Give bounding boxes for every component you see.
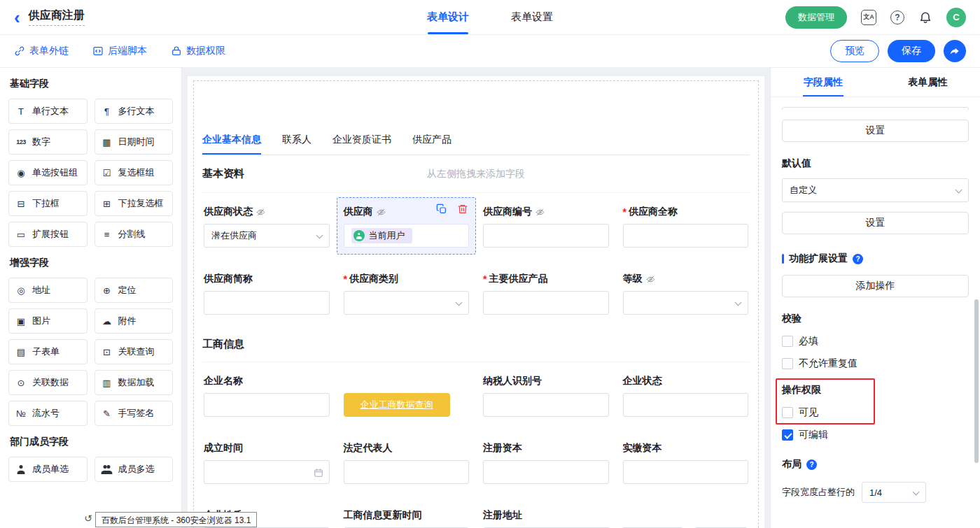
- field-legal-representative[interactable]: 法定代表人: [344, 441, 470, 484]
- field-supplier-selected[interactable]: 供应商 当前用户: [344, 204, 470, 248]
- back-icon[interactable]: ‹: [14, 10, 20, 25]
- eye-off-icon[interactable]: [536, 208, 545, 217]
- set-button[interactable]: 设置: [782, 212, 969, 234]
- field-company-name[interactable]: 企业名称: [204, 373, 330, 417]
- default-value-select[interactable]: 自定义: [782, 178, 969, 202]
- bell-icon[interactable]: [918, 10, 932, 24]
- panel-scrollbar[interactable]: [974, 299, 979, 463]
- founded-date-input[interactable]: [204, 460, 330, 484]
- field-paid-capital[interactable]: 实缴资本: [623, 441, 749, 484]
- palette-item-multi-line-text[interactable]: ¶多行文本: [94, 99, 174, 124]
- translate-icon[interactable]: 文A: [861, 10, 876, 25]
- grade-select[interactable]: [623, 291, 749, 315]
- palette-item-data-load[interactable]: ▥数据加载: [94, 370, 174, 395]
- field-supplier-status[interactable]: 供应商状态 潜在供应商: [204, 204, 330, 248]
- field-business-update-time[interactable]: 工商信息更新时间: [344, 508, 470, 528]
- palette-item-member-single[interactable]: 成员单选: [8, 457, 88, 482]
- field-width-select[interactable]: 1/4: [862, 482, 926, 503]
- palette-item-divider[interactable]: ≡分割线: [94, 222, 174, 247]
- current-user-tag[interactable]: 当前用户: [351, 228, 412, 243]
- field-registered-address[interactable]: 注册地址 省/自治区/直辖市 市 区/县: [483, 508, 748, 528]
- field-company-status[interactable]: 企业状态: [623, 373, 749, 417]
- company-name-input[interactable]: [204, 393, 330, 417]
- backend-script-button[interactable]: 后端脚本: [92, 45, 147, 57]
- palette-item-datetime[interactable]: ▦日期时间: [94, 129, 174, 155]
- palette-item-linked-data[interactable]: ⊙关联数据: [8, 370, 88, 395]
- add-action-button[interactable]: 添加操作: [782, 275, 969, 297]
- palette-item-attachment[interactable]: ☁附件: [94, 308, 174, 334]
- palette-item-address[interactable]: ◎地址: [8, 278, 88, 303]
- eye-off-icon[interactable]: [646, 275, 655, 284]
- palette-item-checkbox-group[interactable]: ☑复选框组: [94, 160, 174, 185]
- avatar[interactable]: C: [946, 8, 966, 27]
- eye-off-icon[interactable]: [256, 208, 265, 217]
- field-registered-capital[interactable]: 注册资本: [483, 441, 609, 484]
- share-button[interactable]: [944, 40, 966, 62]
- field-main-products[interactable]: * 主要供应产品: [483, 271, 609, 315]
- palette-item-select[interactable]: ⊟下拉框: [8, 191, 88, 216]
- eye-off-icon[interactable]: [377, 208, 386, 217]
- supplier-member-field[interactable]: 当前用户: [344, 224, 470, 248]
- palette-item-lookup[interactable]: ⊡关联查询: [94, 339, 174, 364]
- palette-item-image[interactable]: ▣图片: [8, 308, 88, 334]
- set-button[interactable]: 设置: [782, 120, 969, 142]
- save-button[interactable]: 保存: [888, 40, 935, 62]
- supplier-full-name-input[interactable]: [623, 224, 749, 248]
- field-supplier-short-name[interactable]: 供应商简称: [204, 271, 330, 315]
- company-status-input[interactable]: [623, 393, 749, 417]
- legal-representative-input[interactable]: [344, 460, 470, 484]
- main-products-input[interactable]: [483, 291, 609, 315]
- data-manage-button[interactable]: 数据管理: [785, 6, 847, 29]
- palette-item-member-multi[interactable]: 成员多选: [94, 457, 174, 482]
- field-grade[interactable]: 等级: [623, 271, 749, 315]
- palette-item-subform[interactable]: ▤子表单: [8, 339, 88, 364]
- supplier-status-select[interactable]: 潜在供应商: [204, 224, 330, 248]
- form-title[interactable]: 供应商注册: [29, 8, 85, 26]
- preview-button[interactable]: 预览: [830, 40, 879, 62]
- registered-capital-input[interactable]: [483, 460, 609, 484]
- required-checkbox[interactable]: [782, 336, 793, 347]
- supplier-category-select[interactable]: [344, 291, 470, 315]
- field-business-query[interactable]: 企业工商数据查询: [344, 373, 470, 417]
- help-icon[interactable]: ?: [890, 10, 904, 24]
- clipped-select[interactable]: 自定义: [782, 107, 969, 110]
- tax-id-input[interactable]: [483, 393, 609, 417]
- business-data-query-button[interactable]: 企业工商数据查询: [344, 393, 450, 417]
- field-tax-id[interactable]: 纳税人识别号: [483, 373, 609, 417]
- help-icon[interactable]: ?: [853, 254, 863, 264]
- editable-checkbox[interactable]: [782, 429, 793, 441]
- no-duplicate-checkbox[interactable]: [782, 358, 793, 369]
- paid-capital-input[interactable]: [623, 460, 749, 484]
- form-tab-company-basic[interactable]: 企业基本信息: [202, 124, 261, 155]
- supplier-code-input[interactable]: [483, 224, 609, 248]
- tab-form-design[interactable]: 表单设计: [427, 0, 469, 34]
- palette-item-serial-number[interactable]: №流水号: [8, 401, 88, 426]
- supplier-short-name-input[interactable]: [204, 291, 330, 315]
- external-link-button[interactable]: 表单外链: [14, 45, 69, 57]
- palette-item-number[interactable]: 123数字: [8, 129, 88, 155]
- data-permission-button[interactable]: 数据权限: [171, 45, 225, 57]
- form-tab-products[interactable]: 供应产品: [412, 124, 451, 155]
- trash-icon[interactable]: [457, 204, 468, 215]
- visible-checkbox[interactable]: [782, 407, 793, 418]
- palette-item-radio-group[interactable]: ◉单选按钮组: [8, 160, 88, 185]
- form-selection-outline[interactable]: 企业基本信息 联系人 企业资质证书 供应产品 基本资料 从左侧拖拽来添加字段 供…: [193, 80, 759, 528]
- palette-item-locate[interactable]: ⊕定位: [94, 278, 174, 303]
- field-supplier-category[interactable]: * 供应商类别: [344, 271, 470, 315]
- tab-form-settings[interactable]: 表单设置: [511, 0, 553, 34]
- form-tab-certificates[interactable]: 企业资质证书: [332, 124, 391, 155]
- palette-item-multi-select[interactable]: ⊞下拉复选框: [94, 191, 174, 216]
- palette-item-signature[interactable]: ✎手写签名: [94, 401, 174, 426]
- form-tab-contacts[interactable]: 联系人: [282, 124, 312, 155]
- selected-field-highlight[interactable]: 供应商 当前用户: [337, 197, 477, 255]
- palette-item-single-line-text[interactable]: T单行文本: [8, 99, 88, 124]
- lookup-icon: ⊡: [101, 347, 113, 357]
- copy-icon[interactable]: [436, 204, 447, 215]
- tab-form-properties[interactable]: 表单属性: [876, 68, 980, 97]
- field-supplier-code[interactable]: 供应商编号: [483, 204, 609, 248]
- palette-item-extend-button[interactable]: ▭扩展按钮: [8, 222, 88, 247]
- help-icon[interactable]: ?: [806, 459, 817, 470]
- field-founded-date[interactable]: 成立时间: [204, 441, 330, 484]
- tab-field-properties[interactable]: 字段属性: [771, 68, 876, 97]
- field-supplier-full-name[interactable]: * 供应商全称: [623, 204, 749, 248]
